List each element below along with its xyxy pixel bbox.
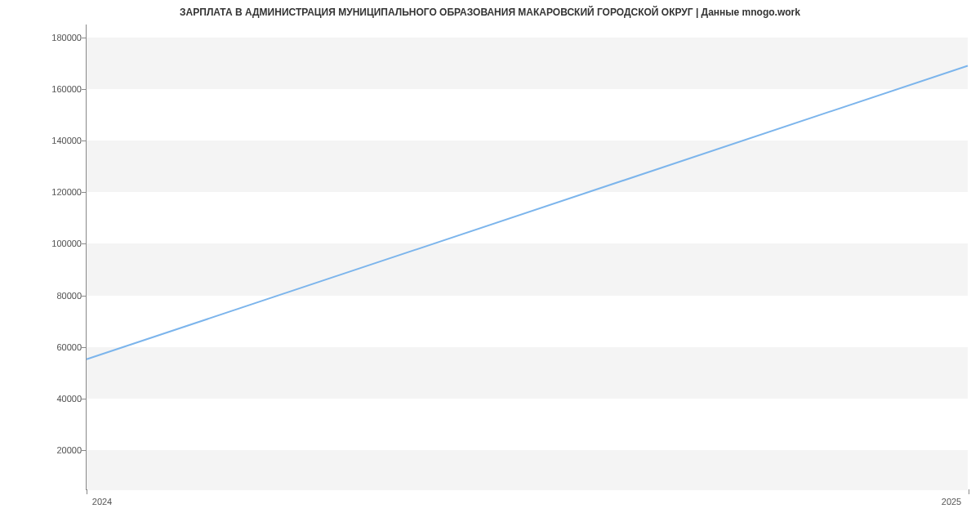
y-tick-label: 180000 — [33, 33, 82, 42]
y-tick-label: 60000 — [33, 342, 82, 352]
chart-title: ЗАРПЛАТА В АДМИНИСТРАЦИЯ МУНИЦИПАЛЬНОГО … — [0, 0, 980, 18]
y-tick-label: 120000 — [33, 187, 82, 197]
plot-area — [86, 25, 968, 490]
line-series — [87, 65, 968, 359]
y-tick-label: 140000 — [33, 136, 82, 145]
x-tick — [969, 489, 969, 494]
x-tick — [87, 489, 87, 494]
y-tick-label: 20000 — [33, 445, 82, 455]
y-tick-label: 160000 — [33, 84, 82, 94]
y-tick-label: 40000 — [33, 394, 82, 404]
y-tick-label: 100000 — [33, 239, 82, 248]
x-tick-label: 2024 — [92, 497, 112, 506]
y-tick-label: 80000 — [33, 291, 82, 301]
x-tick-label: 2025 — [942, 497, 961, 506]
